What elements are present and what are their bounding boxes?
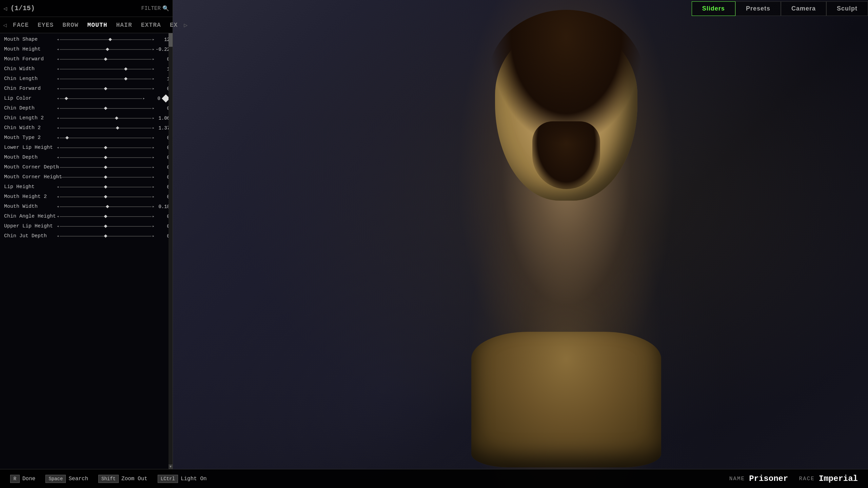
slider-left-arrow-1[interactable]: ◂ bbox=[57, 47, 59, 52]
slider-right-arrow-8[interactable]: ▸ bbox=[152, 116, 155, 121]
sculpt-button[interactable]: Sculpt bbox=[826, 1, 868, 16]
slider-left-arrow-18[interactable]: ◂ bbox=[57, 214, 59, 219]
slider-thumb-8[interactable] bbox=[115, 117, 118, 120]
slider-thumb-4[interactable] bbox=[124, 77, 127, 81]
slider-track-15[interactable] bbox=[60, 187, 152, 187]
slider-track-4[interactable] bbox=[60, 79, 152, 79]
slider-right-arrow-12[interactable]: ▸ bbox=[152, 155, 155, 160]
slider-track-14[interactable] bbox=[60, 177, 152, 178]
slider-thumb-17[interactable] bbox=[106, 205, 109, 208]
slider-thumb-10[interactable] bbox=[65, 136, 69, 140]
slider-track-11[interactable] bbox=[60, 147, 152, 148]
tab-prev-arrow[interactable]: ◁ bbox=[2, 21, 8, 29]
slider-thumb-20[interactable] bbox=[104, 235, 107, 238]
slider-left-arrow-20[interactable]: ◂ bbox=[57, 233, 59, 239]
slider-right-arrow-0[interactable]: ▸ bbox=[152, 37, 155, 42]
slider-right-arrow-9[interactable]: ▸ bbox=[152, 125, 155, 130]
scrollbar[interactable]: ▲ ▼ bbox=[169, 33, 173, 469]
slider-right-arrow-1[interactable]: ▸ bbox=[152, 47, 155, 52]
presets-button[interactable]: Presets bbox=[735, 1, 781, 16]
slider-thumb-7[interactable] bbox=[104, 107, 107, 110]
slider-left-arrow-9[interactable]: ◂ bbox=[57, 125, 59, 130]
scrollbar-thumb[interactable] bbox=[169, 33, 173, 47]
slider-track-19[interactable] bbox=[60, 226, 152, 227]
slider-right-arrow-13[interactable]: ▸ bbox=[152, 165, 155, 170]
slider-right-arrow-11[interactable]: ▸ bbox=[152, 145, 155, 150]
slider-track-10[interactable] bbox=[60, 138, 152, 138]
slider-left-arrow-19[interactable]: ◂ bbox=[57, 224, 59, 229]
slider-right-arrow-6[interactable]: ▸ bbox=[143, 96, 145, 101]
slider-right-arrow-7[interactable]: ▸ bbox=[152, 106, 155, 111]
slider-left-arrow-16[interactable]: ◂ bbox=[57, 194, 59, 199]
slider-track-8[interactable] bbox=[60, 118, 152, 119]
tab-face[interactable]: FACE bbox=[9, 19, 33, 31]
slider-thumb-19[interactable] bbox=[104, 225, 107, 228]
slider-right-arrow-16[interactable]: ▸ bbox=[152, 194, 155, 199]
slider-left-arrow-14[interactable]: ◂ bbox=[57, 175, 59, 180]
slider-thumb-9[interactable] bbox=[116, 126, 119, 130]
slider-left-arrow-7[interactable]: ◂ bbox=[57, 106, 59, 111]
slider-left-arrow-10[interactable]: ◂ bbox=[57, 135, 59, 140]
slider-left-arrow-15[interactable]: ◂ bbox=[57, 184, 59, 189]
slider-track-1[interactable] bbox=[60, 49, 152, 50]
slider-left-arrow-17[interactable]: ◂ bbox=[57, 204, 59, 209]
slider-right-arrow-15[interactable]: ▸ bbox=[152, 184, 155, 189]
slider-right-arrow-20[interactable]: ▸ bbox=[152, 233, 155, 239]
nav-prev-arrow[interactable]: ◁ bbox=[3, 5, 7, 12]
slider-right-arrow-2[interactable]: ▸ bbox=[152, 57, 155, 62]
slider-thumb-14[interactable] bbox=[104, 176, 107, 179]
slider-thumb-0[interactable] bbox=[108, 38, 112, 41]
slider-track-12[interactable] bbox=[60, 157, 152, 158]
slider-right-arrow-14[interactable]: ▸ bbox=[152, 175, 155, 180]
slider-left-arrow-13[interactable]: ◂ bbox=[57, 165, 59, 170]
slider-thumb-2[interactable] bbox=[104, 58, 107, 61]
slider-right-arrow-18[interactable]: ▸ bbox=[152, 214, 155, 219]
slider-track-13[interactable] bbox=[60, 167, 152, 168]
slider-left-arrow-11[interactable]: ◂ bbox=[57, 145, 59, 150]
sliders-button[interactable]: Sliders bbox=[692, 1, 735, 16]
slider-thumb-3[interactable] bbox=[124, 67, 127, 71]
slider-track-16[interactable] bbox=[60, 197, 152, 197]
slider-thumb-12[interactable] bbox=[104, 156, 107, 159]
slider-track-20[interactable] bbox=[60, 236, 152, 237]
tab-extra[interactable]: EXTRA bbox=[137, 19, 165, 31]
slider-thumb-11[interactable] bbox=[104, 146, 107, 149]
slider-track-18[interactable] bbox=[60, 216, 152, 217]
tab-hair[interactable]: HAIR bbox=[112, 19, 136, 31]
camera-button[interactable]: Camera bbox=[781, 1, 826, 16]
slider-thumb-16[interactable] bbox=[104, 195, 107, 199]
slider-left-arrow-0[interactable]: ◂ bbox=[57, 37, 59, 42]
slider-track-3[interactable] bbox=[60, 69, 152, 69]
slider-track-2[interactable] bbox=[60, 59, 152, 60]
slider-thumb-1[interactable] bbox=[106, 48, 109, 51]
slider-right-arrow-10[interactable]: ▸ bbox=[152, 135, 155, 140]
slider-track-0[interactable] bbox=[60, 39, 152, 40]
slider-left-arrow-12[interactable]: ◂ bbox=[57, 155, 59, 160]
slider-right-arrow-17[interactable]: ▸ bbox=[152, 204, 155, 209]
slider-track-17[interactable] bbox=[60, 206, 152, 207]
slider-track-6[interactable] bbox=[60, 98, 142, 99]
slider-thumb-18[interactable] bbox=[104, 215, 107, 218]
slider-track-7[interactable] bbox=[60, 108, 152, 109]
slider-left-arrow-6[interactable]: ◂ bbox=[57, 96, 59, 101]
slider-left-arrow-4[interactable]: ◂ bbox=[57, 76, 59, 81]
slider-left-arrow-3[interactable]: ◂ bbox=[57, 66, 59, 72]
slider-thumb-6[interactable] bbox=[65, 97, 68, 100]
slider-thumb-13[interactable] bbox=[104, 166, 107, 169]
slider-track-5[interactable] bbox=[60, 88, 152, 89]
slider-right-arrow-5[interactable]: ▸ bbox=[152, 86, 155, 91]
slider-thumb-15[interactable] bbox=[104, 185, 107, 189]
scrollbar-arrow-down[interactable]: ▼ bbox=[169, 464, 173, 469]
slider-right-arrow-3[interactable]: ▸ bbox=[152, 66, 155, 72]
slider-right-arrow-4[interactable]: ▸ bbox=[152, 76, 155, 81]
tab-mouth[interactable]: MOUTH bbox=[83, 19, 112, 31]
tab-brow[interactable]: BROW bbox=[58, 19, 82, 31]
slider-thumb-5[interactable] bbox=[104, 87, 107, 90]
slider-track-9[interactable] bbox=[60, 128, 152, 128]
slider-left-arrow-5[interactable]: ◂ bbox=[57, 86, 59, 91]
tab-next-arrow[interactable]: ▷ bbox=[182, 21, 189, 29]
tab-eyes[interactable]: EYES bbox=[34, 19, 58, 31]
slider-right-arrow-19[interactable]: ▸ bbox=[152, 224, 155, 229]
slider-left-arrow-2[interactable]: ◂ bbox=[57, 57, 59, 62]
slider-left-arrow-8[interactable]: ◂ bbox=[57, 116, 59, 121]
